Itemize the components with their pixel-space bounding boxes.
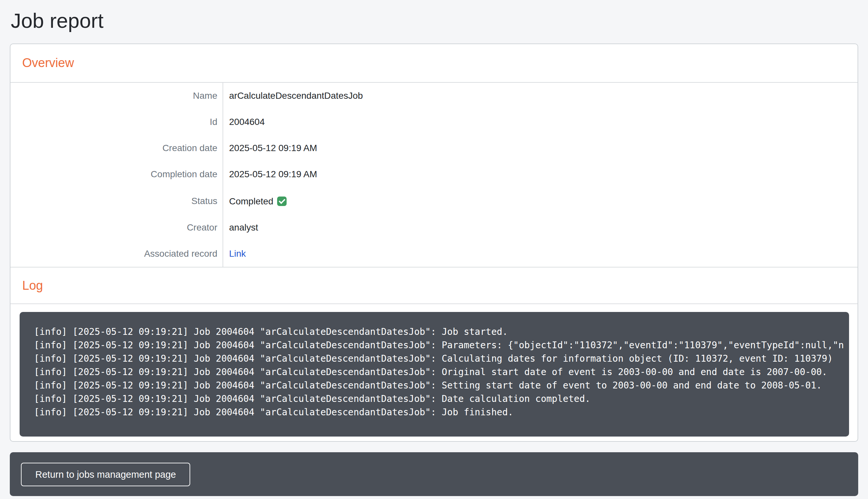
actions-bar: Return to jobs management page: [10, 452, 858, 496]
table-row-status: Status Completed: [11, 187, 857, 215]
table-row-associated-record: Associated record Link: [11, 241, 857, 267]
overview-section-heading: Overview: [11, 44, 857, 83]
completed-check-icon: [277, 196, 287, 206]
report-card: Overview Name arCalculateDescendantDates…: [10, 44, 858, 442]
log-line: [info] [2025-05-12 09:19:21] Job 2004604…: [34, 352, 849, 365]
overview-table-wrap: Name arCalculateDescendantDatesJob Id 20…: [11, 83, 857, 267]
row-value: 2025-05-12 09:19 AM: [223, 135, 857, 161]
row-label: Completion date: [11, 161, 223, 187]
row-label: Creation date: [11, 135, 223, 161]
log-line: [info] [2025-05-12 09:19:21] Job 2004604…: [34, 392, 849, 405]
row-label: Name: [11, 83, 223, 109]
table-row-name: Name arCalculateDescendantDatesJob: [11, 83, 857, 109]
table-row-id: Id 2004604: [11, 109, 857, 135]
table-row-creator: Creator analyst: [11, 215, 857, 241]
row-label: Status: [11, 187, 223, 215]
row-value: 2004604: [223, 109, 857, 135]
table-row-completion-date: Completion date 2025-05-12 09:19 AM: [11, 161, 857, 187]
page-title: Job report: [11, 8, 858, 34]
log-line: [info] [2025-05-12 09:19:21] Job 2004604…: [34, 405, 849, 419]
associated-record-link[interactable]: Link: [229, 248, 246, 259]
row-label: Associated record: [11, 241, 223, 267]
row-value: 2025-05-12 09:19 AM: [223, 161, 857, 187]
row-value: Completed: [223, 187, 857, 215]
log-line: [info] [2025-05-12 09:19:21] Job 2004604…: [34, 339, 849, 352]
overview-table: Name arCalculateDescendantDatesJob Id 20…: [11, 83, 857, 267]
row-value: arCalculateDescendantDatesJob: [223, 83, 857, 109]
row-label: Id: [11, 109, 223, 135]
log-output: [info] [2025-05-12 09:19:21] Job 2004604…: [20, 312, 849, 437]
status-text: Completed: [229, 196, 273, 206]
job-report-page: Job report Overview Name arCalculateDesc…: [0, 0, 868, 496]
log-line: [info] [2025-05-12 09:19:21] Job 2004604…: [34, 325, 849, 339]
row-label: Creator: [11, 215, 223, 241]
log-line: [info] [2025-05-12 09:19:21] Job 2004604…: [34, 365, 849, 379]
table-row-creation-date: Creation date 2025-05-12 09:19 AM: [11, 135, 857, 161]
row-value: analyst: [223, 215, 857, 241]
log-line: [info] [2025-05-12 09:19:21] Job 2004604…: [34, 379, 849, 392]
row-value: Link: [223, 241, 857, 267]
log-section-heading: Log: [11, 267, 857, 304]
return-to-jobs-button[interactable]: Return to jobs management page: [21, 463, 190, 486]
